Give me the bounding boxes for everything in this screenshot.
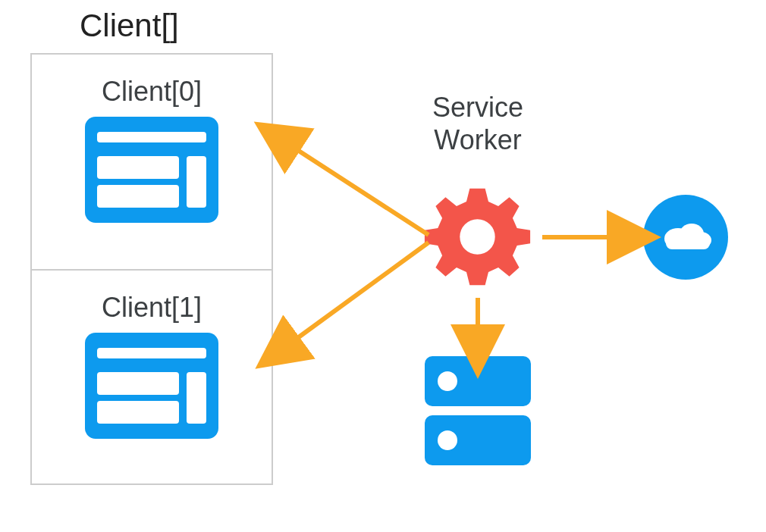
clients-container: Client[0] Client[1] [30,53,273,485]
svg-line-20 [288,144,429,235]
service-worker-label-line1: Service [432,92,523,123]
client-1-label: Client[1] [102,292,202,324]
svg-rect-6 [97,348,206,358]
client-1-box: Client[1] [30,269,273,485]
svg-rect-15 [666,237,710,249]
server-icon [425,356,531,470]
svg-rect-9 [187,372,206,424]
svg-point-19 [438,430,457,450]
service-worker-label-line2: Worker [434,124,521,155]
arrow-sw-to-server [466,294,489,355]
arrow-sw-to-cloud [538,226,637,249]
svg-point-17 [438,371,457,391]
svg-rect-4 [187,156,206,208]
svg-rect-7 [97,372,179,395]
svg-line-21 [288,243,429,345]
client-0-label: Client[0] [102,76,202,108]
svg-point-10 [460,219,494,254]
browser-window-icon [85,117,218,223]
client-0-box: Client[0] [30,53,273,269]
svg-rect-3 [97,185,179,208]
arrow-sw-to-client0 [273,129,440,243]
svg-rect-2 [97,156,179,179]
cloud-icon [643,195,728,280]
browser-window-icon [85,333,218,439]
arrow-sw-to-client1 [273,235,440,356]
clients-title: Client[] [80,8,179,44]
svg-rect-8 [97,401,179,424]
svg-rect-1 [97,132,206,142]
